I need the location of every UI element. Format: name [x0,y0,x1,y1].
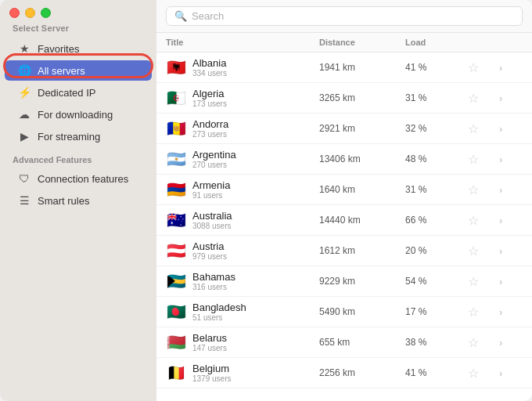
table-row[interactable]: 🇧🇩 Bangladesh 51 users 5490 km 17 % ☆ › [156,297,532,327]
server-users: 334 users [192,69,227,78]
server-distance: 9229 km [319,276,405,287]
server-load: 54 % [405,276,468,287]
favorite-star-icon[interactable]: ☆ [468,60,499,75]
table-row[interactable]: 🇦🇹 Austria 979 users 1612 km 20 % ☆ › [156,236,532,266]
server-load: 66 % [405,215,468,226]
server-users: 273 users [192,130,228,139]
server-distance: 1941 km [319,62,405,73]
chevron-right-icon[interactable]: › [499,62,523,74]
server-name: Australia [192,210,232,222]
table-row[interactable]: 🇦🇱 Albania 334 users 1941 km 41 % ☆ › [156,52,532,83]
favorite-star-icon[interactable]: ☆ [468,366,499,381]
server-load: 48 % [405,154,468,164]
chevron-right-icon[interactable]: › [499,92,523,104]
chevron-right-icon[interactable]: › [499,123,523,135]
favorite-star-icon[interactable]: ☆ [468,305,499,320]
star-icon: ★ [17,42,31,55]
chevron-right-icon[interactable]: › [499,306,523,318]
favorite-star-icon[interactable]: ☆ [468,91,499,106]
server-distance: 2256 km [319,367,405,378]
server-users: 51 users [192,313,246,322]
server-users: 173 users [192,99,227,108]
flag-icon: 🇦🇱 [166,57,186,78]
server-load: 41 % [405,367,468,378]
server-name-cell: 🇦🇺 Australia 3088 users [166,210,319,230]
main-panel: 🔍 Title Distance Load 🇦🇱 Albania 334 use… [156,0,532,401]
sidebar-item-smart-rules[interactable]: ☰ Smart rules [5,190,152,211]
server-name: Argentina [192,149,236,161]
sidebar-item-dedicated-ip[interactable]: ⚡ Dedicated IP [5,82,152,103]
table-row[interactable]: 🇧🇸 Bahamas 316 users 9229 km 54 % ☆ › [156,266,532,297]
flag-icon: 🇦🇷 [166,149,186,169]
flag-icon: 🇧🇾 [166,332,186,352]
sidebar-item-label: Favorites [38,43,79,55]
server-info: Bahamas 316 users [192,271,235,291]
chevron-right-icon[interactable]: › [499,154,523,165]
server-distance: 3265 km [319,92,405,103]
server-name: Bahamas [192,271,235,283]
header-fav [468,38,499,47]
sidebar-item-for-downloading[interactable]: ☁ For downloading [5,104,152,125]
favorite-star-icon[interactable]: ☆ [468,213,499,228]
traffic-lights [9,8,51,18]
table-row[interactable]: 🇦🇺 Australia 3088 users 14440 km 66 % ☆ … [156,205,532,236]
sidebar-panel: Select Server ★ Favorites 🌐 All servers … [0,0,156,401]
select-server-label: Select Server [0,23,156,38]
favorite-star-icon[interactable]: ☆ [468,121,499,136]
header-title: Title [166,38,319,47]
server-load: 31 % [405,92,468,103]
sidebar-item-favorites[interactable]: ★ Favorites [5,38,152,59]
favorite-star-icon[interactable]: ☆ [468,274,499,289]
cloud-icon: ☁ [17,108,31,121]
globe-icon: 🌐 [17,64,31,77]
table-row[interactable]: 🇧🇪 Belgium 1379 users 2256 km 41 % ☆ › [156,358,532,388]
maximize-button[interactable] [41,8,51,18]
server-name-cell: 🇦🇷 Argentina 270 users [166,149,319,169]
chevron-right-icon[interactable]: › [499,276,523,287]
chevron-right-icon[interactable]: › [499,245,523,257]
table-row[interactable]: 🇩🇿 Algeria 173 users 3265 km 31 % ☆ › [156,83,532,114]
server-name-cell: 🇦🇩 Andorra 273 users [166,118,319,139]
list-icon: ☰ [17,194,31,207]
favorite-star-icon[interactable]: ☆ [468,152,499,167]
chevron-right-icon[interactable]: › [499,215,523,226]
favorite-star-icon[interactable]: ☆ [468,182,499,197]
flag-icon: 🇦🇺 [166,210,186,230]
server-info: Bangladesh 51 users [192,302,246,322]
server-users: 3088 users [192,222,232,230]
server-info: Albania 334 users [192,57,227,78]
table-row[interactable]: 🇦🇲 Armenia 91 users 1640 km 31 % ☆ › [156,175,532,205]
table-row[interactable]: 🇧🇾 Belarus 147 users 655 km 38 % ☆ › [156,327,532,358]
close-button[interactable] [9,8,20,18]
server-distance: 1612 km [319,245,405,256]
header-load: Load [405,38,468,47]
server-users: 91 users [192,191,230,200]
server-name-cell: 🇦🇱 Albania 334 users [166,57,319,78]
server-users: 979 users [192,252,227,261]
chevron-right-icon[interactable]: › [499,367,523,379]
sidebar-item-connection-features[interactable]: 🛡 Connection features [5,168,152,189]
table-row[interactable]: 🇦🇩 Andorra 273 users 2921 km 32 % ☆ › [156,114,532,144]
sidebar-item-all-servers[interactable]: 🌐 All servers [5,60,152,81]
flag-icon: 🇩🇿 [166,88,186,108]
search-input[interactable] [192,10,514,22]
table-row[interactable]: 🇦🇷 Argentina 270 users 13406 km 48 % ☆ › [156,144,532,175]
chevron-right-icon[interactable]: › [499,184,523,196]
favorite-star-icon[interactable]: ☆ [468,335,499,350]
favorite-star-icon[interactable]: ☆ [468,244,499,258]
header-chevron [499,38,523,47]
server-name: Andorra [192,118,228,130]
server-name-cell: 🇦🇹 Austria 979 users [166,240,319,261]
server-load: 41 % [405,62,468,73]
chevron-right-icon[interactable]: › [499,337,523,349]
server-load: 20 % [405,245,468,256]
search-input-wrapper[interactable]: 🔍 [166,6,523,26]
server-distance: 655 km [319,337,405,348]
flag-icon: 🇦🇩 [166,118,186,139]
play-icon: ▶ [17,130,31,143]
minimize-button[interactable] [25,8,35,18]
flag-icon: 🇦🇲 [166,179,186,200]
server-info: Armenia 91 users [192,179,230,200]
server-name: Belarus [192,332,227,344]
sidebar-item-for-streaming[interactable]: ▶ For streaming [5,126,152,146]
